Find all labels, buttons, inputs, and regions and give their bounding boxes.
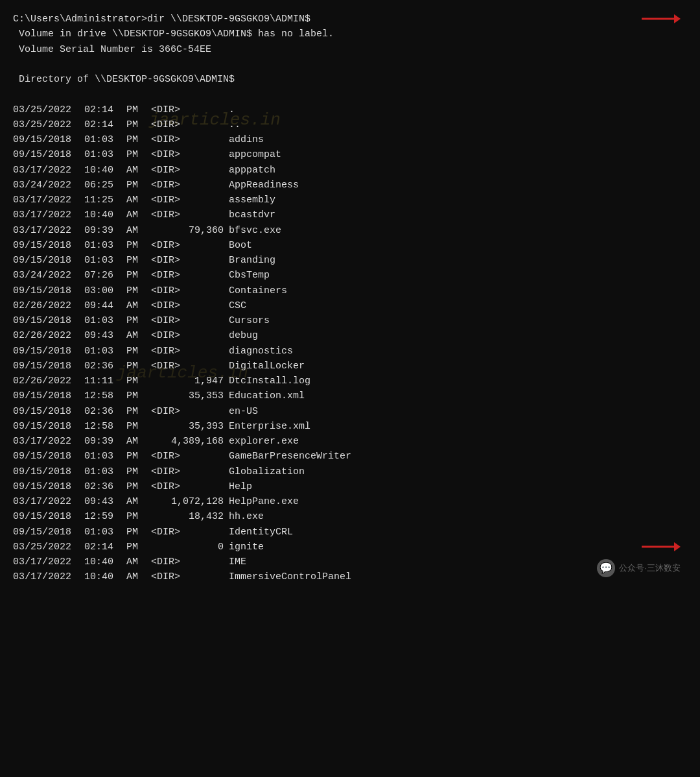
entry-size: <DIR>: [151, 525, 229, 540]
entry-ampm: AM: [126, 494, 151, 509]
entry-size: 0: [151, 540, 229, 555]
entry-ampm: PM: [126, 132, 151, 147]
entry-name: Help: [229, 479, 252, 494]
entry-ampm: AM: [126, 555, 151, 569]
entry-size: <DIR>: [151, 283, 229, 298]
entry-time: 06:25: [84, 178, 126, 193]
entry-date: 03/17/2022: [13, 494, 84, 509]
table-row: 09/15/201812:58PM35,353Education.xml: [13, 388, 687, 403]
entry-time: 01:03: [84, 449, 126, 464]
entry-ampm: AM: [126, 569, 151, 584]
entry-ampm: PM: [126, 283, 151, 298]
entry-date: 09/15/2018: [13, 464, 84, 479]
prompt-line: C:\Users\Administrator>dir \\DESKTOP-9GS…: [13, 12, 687, 27]
entry-date: 02/26/2022: [13, 298, 84, 313]
entry-date: 03/25/2022: [13, 102, 84, 117]
entry-size: 79,360: [151, 223, 229, 238]
entry-size: <DIR>: [151, 404, 229, 419]
table-row: 02/26/202209:44AM<DIR>CSC: [13, 298, 687, 313]
entry-time: 01:03: [84, 464, 126, 479]
entry-date: 09/15/2018: [13, 238, 84, 253]
entry-name: IME: [229, 555, 246, 569]
table-row: 03/17/202211:25AM<DIR>assembly: [13, 193, 687, 208]
entry-name: Education.xml: [229, 388, 305, 403]
entry-name: CSC: [229, 298, 246, 313]
table-row: 09/15/201802:36PM<DIR>Help: [13, 479, 687, 494]
entry-ampm: PM: [126, 268, 151, 283]
entry-date: 09/15/2018: [13, 404, 84, 419]
entry-time: 10:40: [84, 163, 126, 178]
entry-size: <DIR>: [151, 163, 229, 178]
entry-name: assembly: [229, 193, 275, 208]
entry-name: apppatch: [229, 163, 275, 178]
entry-time: 02:14: [84, 117, 126, 132]
entry-time: 03:00: [84, 283, 126, 298]
entry-ampm: AM: [126, 163, 151, 178]
entry-name: addins: [229, 132, 264, 147]
entry-size: <DIR>: [151, 298, 229, 313]
entry-name: Containers: [229, 283, 287, 298]
entry-size: <DIR>: [151, 359, 229, 374]
table-row: 03/24/202206:25PM<DIR>AppReadiness: [13, 178, 687, 193]
entry-ampm: PM: [126, 359, 151, 374]
entry-size: <DIR>: [151, 268, 229, 283]
table-row: 09/15/201801:03PM<DIR>Boot: [13, 238, 687, 253]
entry-date: 03/17/2022: [13, 569, 84, 584]
entry-name: ignite: [229, 540, 264, 555]
entry-ampm: PM: [126, 404, 151, 419]
entry-time: 01:03: [84, 238, 126, 253]
entry-ampm: AM: [126, 298, 151, 313]
entry-time: 09:39: [84, 434, 126, 449]
entry-ampm: PM: [126, 388, 151, 403]
entry-ampm: AM: [126, 193, 151, 208]
entry-date: 09/15/2018: [13, 388, 84, 403]
entry-size: <DIR>: [151, 193, 229, 208]
volume-label-text: Volume in drive \\DESKTOP-9GSGKO9\ADMIN$…: [13, 27, 334, 42]
table-row: 03/25/202202:14PM0ignite: [13, 540, 687, 555]
entry-time: 10:40: [84, 208, 126, 222]
entry-ampm: AM: [126, 208, 151, 222]
entry-name: DigitalLocker: [229, 359, 305, 374]
entry-size: 35,353: [151, 388, 229, 403]
entry-date: 09/15/2018: [13, 344, 84, 359]
entry-ampm: PM: [126, 313, 151, 328]
table-row: 03/17/202210:40AM<DIR>bcastdvr: [13, 208, 687, 222]
entry-date: 03/24/2022: [13, 268, 84, 283]
entry-date: 09/15/2018: [13, 359, 84, 374]
entry-name: appcompat: [229, 147, 281, 162]
table-row: 09/15/201801:03PM<DIR>GameBarPresenceWri…: [13, 449, 687, 464]
entry-time: 12:58: [84, 419, 126, 434]
entry-time: 09:39: [84, 223, 126, 238]
entry-size: <DIR>: [151, 178, 229, 193]
entry-date: 03/17/2022: [13, 434, 84, 449]
directory-of-line: Directory of \\DESKTOP-9GSGKO9\ADMIN$: [13, 72, 687, 87]
entry-name: en-US: [229, 404, 258, 419]
table-row: 03/17/202209:39AM79,360bfsvc.exe: [13, 223, 687, 238]
entry-size: <DIR>: [151, 569, 229, 584]
entry-date: 02/26/2022: [13, 328, 84, 343]
table-row: 09/15/201812:59PM18,432hh.exe: [13, 509, 687, 524]
entry-ampm: PM: [126, 344, 151, 359]
entry-size: <DIR>: [151, 464, 229, 479]
entry-size: <DIR>: [151, 238, 229, 253]
badge-text: 公众号·三沐数安: [619, 562, 681, 574]
entry-time: 11:25: [84, 193, 126, 208]
entry-date: 09/15/2018: [13, 525, 84, 540]
entry-size: <DIR>: [151, 344, 229, 359]
table-row: 09/15/201801:03PM<DIR>Branding: [13, 253, 687, 268]
watermark-badge: 💬 公众号·三沐数安: [597, 559, 681, 577]
ignite-arrow-annotation: [642, 540, 681, 554]
entry-date: 03/17/2022: [13, 223, 84, 238]
entry-size: 4,389,168: [151, 434, 229, 449]
table-row: 03/17/202210:40AM<DIR>apppatch: [13, 163, 687, 178]
entry-date: 09/15/2018: [13, 147, 84, 162]
entry-ampm: PM: [126, 178, 151, 193]
entry-name: GameBarPresenceWriter: [229, 449, 351, 464]
entry-time: 02:14: [84, 102, 126, 117]
entry-size: <DIR>: [151, 328, 229, 343]
volume-label-line: Volume in drive \\DESKTOP-9GSGKO9\ADMIN$…: [13, 27, 687, 42]
serial-text: Volume Serial Number is 366C-54EE: [13, 42, 211, 57]
entry-name: Branding: [229, 253, 275, 268]
entry-name: bcastdvr: [229, 208, 275, 222]
table-row: 09/15/201803:00PM<DIR>Containers: [13, 283, 687, 298]
